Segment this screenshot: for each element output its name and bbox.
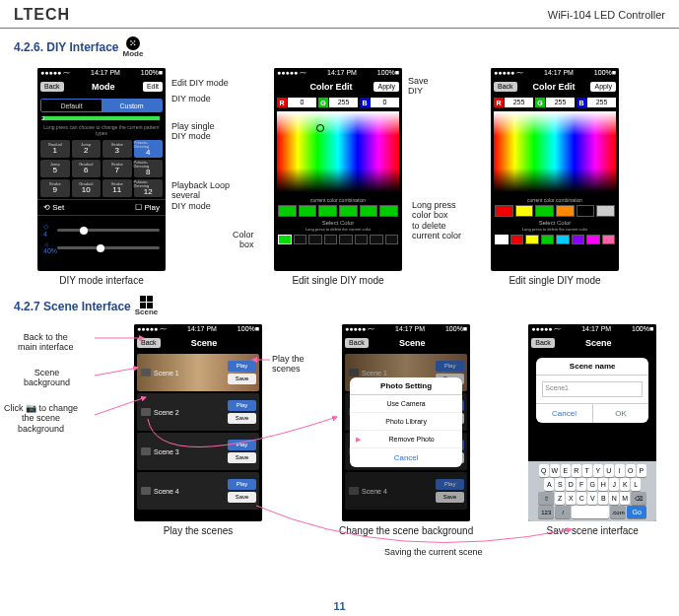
- back-button[interactable]: Back: [494, 82, 517, 92]
- key[interactable]: O: [626, 464, 636, 477]
- play-button[interactable]: Play: [228, 440, 256, 450]
- apply-button[interactable]: Apply: [590, 82, 616, 92]
- swatch[interactable]: [535, 205, 554, 217]
- swatch[interactable]: [379, 205, 398, 217]
- swatch[interactable]: [495, 235, 509, 244]
- back-button[interactable]: Back: [40, 82, 64, 92]
- seg-default[interactable]: Default: [41, 100, 102, 111]
- swatch[interactable]: [602, 235, 616, 244]
- swatch[interactable]: [572, 235, 585, 244]
- swatch[interactable]: [278, 205, 297, 217]
- swatch[interactable]: [318, 205, 337, 217]
- swatch[interactable]: [586, 235, 600, 244]
- swatch[interactable]: [294, 235, 307, 244]
- mode-cell[interactable]: Gradual10: [72, 179, 102, 197]
- key[interactable]: G: [587, 478, 597, 491]
- modal-cancel[interactable]: Cancel: [350, 448, 462, 467]
- key[interactable]: M: [620, 492, 630, 505]
- apply-button[interactable]: Apply: [373, 82, 399, 92]
- key[interactable]: [572, 506, 609, 518]
- key[interactable]: S: [555, 478, 565, 491]
- back-button[interactable]: Back: [345, 338, 369, 348]
- mode-cell[interactable]: Jump2: [72, 140, 102, 158]
- save-button[interactable]: Save: [228, 374, 256, 384]
- set-button[interactable]: ⟲ Set: [43, 203, 64, 212]
- swatch[interactable]: [370, 235, 383, 244]
- key[interactable]: I: [615, 464, 625, 477]
- mode-cell[interactable]: Strobe11: [102, 179, 132, 197]
- edit-button[interactable]: Edit: [143, 82, 163, 92]
- key[interactable]: ⌫: [631, 492, 646, 505]
- opt-remove-photo[interactable]: Remove Photo: [350, 431, 462, 448]
- swatch[interactable]: [355, 235, 369, 244]
- scene-name-input[interactable]: Scene1: [542, 381, 643, 397]
- key[interactable]: N: [609, 492, 619, 505]
- opt-use-camera[interactable]: Use Camera: [350, 395, 462, 413]
- key[interactable]: X: [566, 492, 576, 505]
- back-button[interactable]: Back: [137, 338, 161, 348]
- key[interactable]: F: [577, 478, 586, 491]
- key[interactable]: 123: [538, 506, 554, 518]
- key[interactable]: J: [609, 478, 619, 491]
- key[interactable]: .com: [610, 506, 626, 518]
- key[interactable]: Go: [627, 506, 646, 518]
- key[interactable]: T: [582, 464, 592, 477]
- key[interactable]: Z: [555, 492, 565, 505]
- play-button[interactable]: Play: [228, 479, 256, 490]
- opt-photo-library[interactable]: Photo Library: [350, 413, 462, 431]
- swatch[interactable]: [299, 205, 317, 217]
- camera-icon[interactable]: [141, 447, 151, 455]
- key[interactable]: W: [550, 464, 560, 477]
- key[interactable]: L: [631, 478, 641, 491]
- key[interactable]: C: [577, 492, 586, 505]
- swatch[interactable]: [324, 235, 338, 244]
- key[interactable]: Q: [539, 464, 549, 477]
- swatch[interactable]: [495, 205, 513, 217]
- mode-cell[interactable]: Pulsate-Dimming4: [134, 140, 164, 158]
- mode-cell[interactable]: Gradual1: [40, 140, 70, 158]
- key[interactable]: E: [561, 464, 571, 477]
- keyboard[interactable]: QWERTYUIOPASDFGHJKL⇧ZXCVBNM⌫123/.comGo: [528, 461, 656, 521]
- swatch[interactable]: [556, 235, 570, 244]
- key[interactable]: Y: [593, 464, 603, 477]
- swatch[interactable]: [339, 235, 353, 244]
- key[interactable]: H: [598, 478, 608, 491]
- speed-slider[interactable]: ◇ 4: [43, 223, 160, 238]
- swatch[interactable]: [360, 205, 378, 217]
- mode-cell[interactable]: Jump5: [40, 160, 70, 177]
- key[interactable]: V: [587, 492, 597, 505]
- color-picker[interactable]: [494, 111, 616, 192]
- swatch[interactable]: [308, 235, 322, 244]
- key[interactable]: D: [566, 478, 576, 491]
- mode-cell[interactable]: Gradual6: [72, 160, 102, 177]
- cancel-button[interactable]: Cancel: [536, 403, 593, 423]
- save-button[interactable]: Save: [228, 492, 256, 503]
- swatch-active[interactable]: [278, 235, 292, 244]
- mode-cell[interactable]: Strobe7: [102, 160, 132, 177]
- swatch[interactable]: [510, 235, 524, 244]
- ok-button[interactable]: OK: [593, 403, 649, 423]
- back-button[interactable]: Back: [531, 338, 555, 348]
- save-button[interactable]: Save: [228, 413, 256, 424]
- swatch[interactable]: [525, 235, 539, 244]
- swatch[interactable]: [596, 205, 615, 217]
- key[interactable]: K: [620, 478, 630, 491]
- key[interactable]: A: [544, 478, 554, 491]
- swatch[interactable]: [541, 235, 555, 244]
- key[interactable]: U: [604, 464, 614, 477]
- segmented-control[interactable]: Default Custom: [40, 99, 163, 112]
- key[interactable]: B: [598, 492, 608, 505]
- play-button[interactable]: Play: [228, 361, 256, 372]
- mode-cell[interactable]: Pulsate-Dimming8: [134, 160, 164, 177]
- key[interactable]: R: [572, 464, 581, 477]
- color-picker[interactable]: [277, 111, 399, 192]
- camera-icon[interactable]: [141, 487, 151, 495]
- play-button[interactable]: Play: [228, 400, 256, 411]
- swatch[interactable]: [385, 235, 399, 244]
- picker-marker[interactable]: [316, 124, 324, 132]
- play-button[interactable]: ☐ Play: [135, 203, 160, 212]
- key[interactable]: /: [555, 506, 571, 518]
- mode-cell[interactable]: Strobe9: [40, 179, 70, 197]
- swatch[interactable]: [339, 205, 358, 217]
- save-button[interactable]: Save: [228, 452, 256, 463]
